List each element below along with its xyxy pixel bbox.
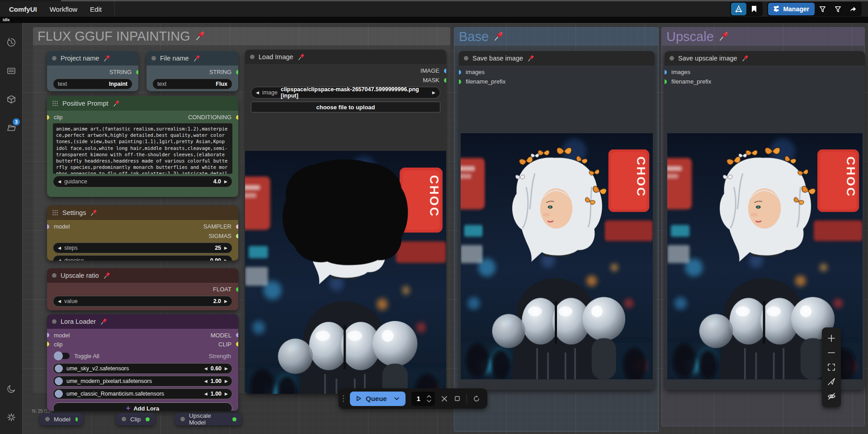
share-button[interactable] bbox=[845, 3, 861, 15]
sidebar-item-queue[interactable] bbox=[0, 61, 22, 81]
output-slot[interactable] bbox=[146, 417, 150, 421]
node-save-base-image[interactable]: Save base image images filename_prefix bbox=[459, 51, 655, 390]
denoise-widget[interactable]: ◀ denoise 0.90 ▶ bbox=[53, 255, 232, 261]
group-upscale-titlebar[interactable]: Upscale bbox=[662, 28, 864, 46]
decrement-arrow[interactable]: ◀ bbox=[58, 179, 61, 184]
refresh-button[interactable] bbox=[473, 395, 480, 402]
collapse-toggle[interactable] bbox=[670, 56, 674, 61]
lora-toggle[interactable] bbox=[55, 377, 63, 385]
queue-button[interactable]: Queue bbox=[350, 392, 406, 406]
clear-queue-button[interactable] bbox=[441, 395, 448, 402]
sidebar-item-settings[interactable] bbox=[0, 407, 22, 428]
node-project-name[interactable]: Project name STRING text Inpaint bbox=[47, 51, 138, 91]
output-slot-conditioning[interactable] bbox=[236, 115, 238, 120]
menu-edit[interactable]: Edit bbox=[84, 5, 108, 13]
lora-row[interactable]: ume_modern_pixelart.safetensors ◀ 1.00 ▶ bbox=[53, 376, 232, 387]
manager-button[interactable]: Manager bbox=[768, 3, 815, 15]
zoom-out-button[interactable] bbox=[827, 349, 835, 357]
increment-arrow[interactable]: ▶ bbox=[224, 258, 227, 261]
input-slot-images[interactable] bbox=[459, 70, 461, 75]
node-file-name[interactable]: File name STRING text Flux bbox=[146, 51, 238, 91]
collapse-toggle[interactable] bbox=[52, 273, 57, 278]
collapse-toggle[interactable] bbox=[250, 55, 255, 59]
increment-arrow[interactable]: ▶ bbox=[225, 366, 228, 371]
drag-handle[interactable] bbox=[343, 395, 344, 402]
decrement-arrow[interactable]: ◀ bbox=[204, 379, 208, 383]
guidance-widget[interactable]: ◀ guidance 4.0 ▶ bbox=[53, 176, 232, 187]
spinner-down-icon[interactable] bbox=[427, 400, 431, 402]
add-lora-button[interactable]: + Add Lora bbox=[53, 402, 232, 411]
increment-arrow[interactable]: ▶ bbox=[225, 392, 228, 396]
value-widget[interactable]: ◀ value 2.0 ▶ bbox=[53, 296, 232, 307]
node-positive-prompt[interactable]: Positive Prompt clip CONDITIONING anime,… bbox=[47, 96, 238, 197]
batch-count-stepper[interactable]: 1 bbox=[411, 392, 435, 406]
input-slot-clip[interactable] bbox=[47, 115, 49, 120]
increment-arrow[interactable]: ▶ bbox=[224, 299, 227, 303]
decrement-arrow[interactable]: ◀ bbox=[204, 366, 208, 371]
node-file-name-header[interactable]: File name bbox=[146, 51, 238, 65]
node-load-image[interactable]: Load Image IMAGE MASK ◀ image clipspace/… bbox=[245, 50, 446, 394]
output-slot[interactable] bbox=[236, 70, 238, 75]
node-save-base-image-header[interactable]: Save base image bbox=[459, 51, 655, 65]
text-widget[interactable]: text Inpaint bbox=[53, 79, 132, 89]
node-settings-header[interactable]: Settings bbox=[47, 205, 238, 220]
workflow-filter-button-1[interactable] bbox=[815, 3, 830, 15]
output-slot[interactable] bbox=[232, 417, 236, 421]
decrement-arrow[interactable]: ◀ bbox=[58, 258, 61, 261]
sidebar-item-workflows[interactable]: 3 bbox=[0, 117, 22, 138]
input-slot-model[interactable] bbox=[47, 224, 49, 229]
node-upscale-ratio[interactable]: Upscale ratio FLOAT ◀ value 2.0 ▶ bbox=[47, 268, 238, 310]
node-project-name-header[interactable]: Project name bbox=[47, 51, 138, 65]
toggle-visibility-button[interactable] bbox=[827, 392, 836, 401]
output-slot-model[interactable] bbox=[236, 333, 238, 337]
lora-toggle[interactable] bbox=[55, 364, 63, 373]
collapse-toggle[interactable] bbox=[464, 56, 468, 61]
node-lora-loader-header[interactable]: Lora Loader bbox=[47, 314, 238, 329]
sidebar-item-nodes[interactable] bbox=[0, 89, 22, 110]
node-save-upscale-image-header[interactable]: Save upscale image bbox=[665, 51, 865, 65]
menu-workflow[interactable]: Workflow bbox=[43, 5, 84, 13]
sidebar-item-history[interactable] bbox=[0, 32, 22, 53]
lora-toggle[interactable] bbox=[55, 390, 63, 398]
output-slot-sampler[interactable] bbox=[236, 224, 238, 229]
decrement-arrow[interactable]: ◀ bbox=[58, 299, 61, 303]
fit-view-button[interactable] bbox=[827, 363, 835, 371]
input-slot-images[interactable] bbox=[665, 70, 667, 75]
node-lora-loader[interactable]: Lora Loader model MODEL clip CLIP bbox=[47, 314, 238, 411]
node-graph-canvas[interactable]: FLUX GGUF INPAINTING Base Upscale bbox=[22, 23, 868, 434]
decrement-arrow[interactable]: ◀ bbox=[204, 392, 208, 396]
group-flux-titlebar[interactable]: FLUX GGUF INPAINTING bbox=[33, 27, 450, 45]
node-settings[interactable]: Settings model SAMPLER SIGMAS ◀ steps 2 bbox=[47, 205, 238, 261]
next-arrow[interactable]: ▶ bbox=[432, 90, 435, 95]
output-slot[interactable] bbox=[136, 70, 138, 75]
input-slot-model[interactable] bbox=[47, 333, 49, 337]
collapse-toggle[interactable] bbox=[180, 417, 185, 421]
spinner-up-icon[interactable] bbox=[427, 395, 431, 398]
node-upscale-model-collapsed[interactable]: Upscale Model bbox=[175, 413, 242, 425]
output-slot[interactable] bbox=[75, 417, 78, 421]
toggle-all-switch[interactable] bbox=[54, 353, 70, 359]
increment-arrow[interactable]: ▶ bbox=[225, 379, 228, 383]
input-slot-filename-prefix[interactable] bbox=[459, 79, 461, 84]
lora-row[interactable]: ume_sky_v2.safetensors ◀ 0.60 ▶ bbox=[53, 363, 232, 374]
collapse-toggle[interactable] bbox=[52, 319, 57, 324]
workflow-filter-button-2[interactable] bbox=[830, 3, 845, 15]
input-slot-filename-prefix[interactable] bbox=[665, 79, 667, 84]
output-slot-float[interactable] bbox=[236, 287, 238, 292]
zoom-in-button[interactable] bbox=[827, 334, 835, 342]
increment-arrow[interactable]: ▶ bbox=[224, 179, 227, 184]
node-upscale-ratio-header[interactable]: Upscale ratio bbox=[47, 268, 238, 283]
decrement-arrow[interactable]: ◀ bbox=[58, 246, 61, 250]
node-model-collapsed[interactable]: Model bbox=[40, 413, 83, 425]
stop-button[interactable] bbox=[454, 395, 461, 402]
sidebar-item-theme[interactable] bbox=[0, 378, 22, 399]
group-base-titlebar[interactable]: Base bbox=[454, 28, 658, 46]
output-slot-mask[interactable] bbox=[444, 78, 446, 83]
prev-arrow[interactable]: ◀ bbox=[256, 90, 259, 95]
node-positive-prompt-header[interactable]: Positive Prompt bbox=[47, 96, 238, 111]
increment-arrow[interactable]: ▶ bbox=[224, 246, 227, 250]
load-image-preview[interactable]: CHOC bbox=[245, 151, 446, 394]
image-combo-widget[interactable]: ◀ image clipspace/clipspace-mask-2657047… bbox=[251, 87, 440, 98]
steps-widget[interactable]: ◀ steps 25 ▶ bbox=[53, 243, 232, 253]
prompt-textarea[interactable]: anime,anime art,(fantastic realism,surre… bbox=[53, 123, 232, 174]
